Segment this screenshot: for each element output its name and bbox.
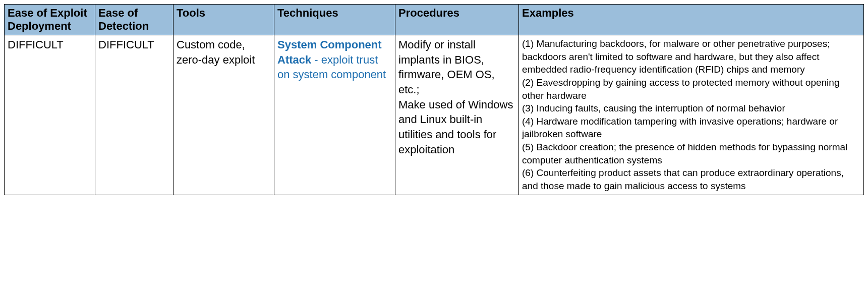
cell-detect: DIFFICULT bbox=[95, 35, 173, 195]
cell-techniques: System Component Attack - exploit trust … bbox=[274, 35, 395, 195]
header-procedures: Procedures bbox=[395, 5, 519, 35]
threat-table: Ease of Exploit Deployment Ease of Detec… bbox=[4, 4, 864, 195]
cell-procedures: Modify or install implants in BIOS, firm… bbox=[395, 35, 519, 195]
cell-tools: Custom code, zero-day exploit bbox=[173, 35, 274, 195]
cell-examples: (1) Manufacturing backdoors, for malware… bbox=[519, 35, 864, 195]
table-header-row: Ease of Exploit Deployment Ease of Detec… bbox=[5, 5, 864, 35]
example-item: (6) Counterfeiting product assets that c… bbox=[522, 166, 860, 192]
procedure-text-2: Make used of Windows and Linux built-in … bbox=[398, 98, 513, 156]
header-detect: Ease of Detection bbox=[95, 5, 173, 35]
procedure-text-1: Modify or install implants in BIOS, firm… bbox=[398, 38, 495, 96]
cell-deploy: DIFFICULT bbox=[5, 35, 95, 195]
example-item: (2) Eavesdropping by gaining access to p… bbox=[522, 76, 860, 102]
table-row: DIFFICULT DIFFICULT Custom code, zero-da… bbox=[5, 35, 864, 195]
example-item: (1) Manufacturing backdoors, for malware… bbox=[522, 37, 860, 76]
example-item: (5) Backdoor creation; the presence of h… bbox=[522, 141, 860, 166]
header-tools: Tools bbox=[173, 5, 274, 35]
example-item: (3) Inducing faults, causing the interru… bbox=[522, 102, 860, 115]
header-deploy: Ease of Exploit Deployment bbox=[5, 5, 95, 35]
header-examples: Examples bbox=[519, 5, 864, 35]
header-techniques: Techniques bbox=[274, 5, 395, 35]
example-item: (4) Hardware modification tampering with… bbox=[522, 115, 860, 141]
